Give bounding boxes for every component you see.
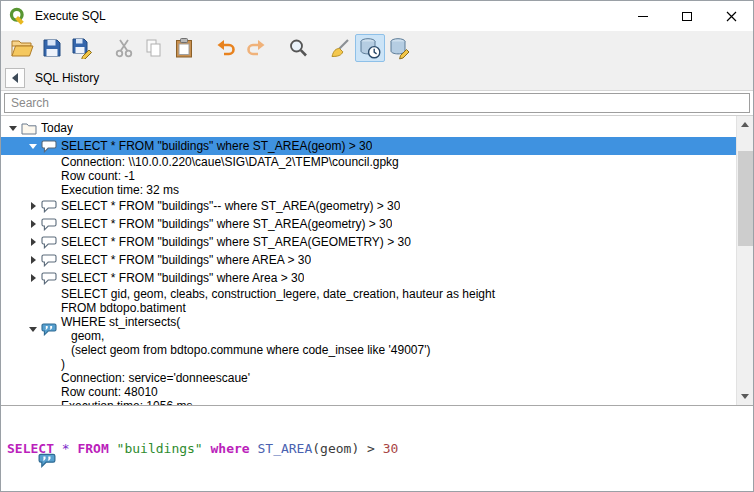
quote-bubble-icon (7, 438, 56, 486)
sql-token (375, 441, 383, 456)
sql-token: * (62, 441, 70, 456)
sql-token: ( (312, 441, 320, 456)
query-sql-block: SELECT gid, geom, cleabs, construction_l… (61, 287, 495, 371)
window-title: Execute SQL (35, 9, 106, 23)
history-item-row[interactable]: SELECT * FROM "buildings" where AREA > 3… (1, 251, 736, 269)
query-detail-text[interactable]: Connection: \\10.0.0.220\caue\SIG\DATA_2… (1, 155, 736, 169)
query-detail-text[interactable]: Connection: service='donneescaue' (1, 371, 736, 385)
query-sql-text: ) (61, 357, 495, 371)
history-tree-items: Today SELECT * FROM "buildings" where ST… (1, 116, 736, 405)
quote-bubble-icon (41, 323, 59, 336)
minimize-button[interactable] (621, 1, 665, 31)
history-nav-bar: SQL History (1, 65, 753, 91)
paste-button[interactable] (169, 34, 199, 62)
tree-group-today[interactable]: Today (1, 119, 736, 137)
scroll-down-arrow-icon[interactable] (737, 388, 753, 405)
query-sql-text: (select geom from bdtopo.commune where c… (61, 343, 495, 357)
history-item-row[interactable]: SELECT * FROM "buildings" where ST_AREA(… (1, 137, 736, 155)
sql-token (359, 441, 367, 456)
window-controls (621, 1, 753, 31)
query-sql-text: SELECT * FROM "buildings" where ST_AREA(… (61, 139, 372, 153)
maximize-button[interactable] (665, 1, 709, 31)
sql-token: > (367, 441, 375, 456)
sql-history-button[interactable] (355, 34, 385, 62)
sql-token: where (211, 441, 250, 456)
history-item-row[interactable]: SELECT * FROM "buildings" where Area > 3… (1, 269, 736, 287)
save-icon (41, 37, 63, 59)
sql-token: "buildings" (117, 441, 203, 456)
clear-button[interactable] (325, 34, 355, 62)
search-input[interactable] (4, 93, 750, 113)
qgis-logo-icon (9, 7, 27, 25)
close-icon (726, 11, 737, 22)
chevron-expanded-icon[interactable] (27, 322, 41, 336)
save-query-as-button[interactable] (67, 34, 97, 62)
undo-icon (215, 37, 237, 59)
execute-sql-button[interactable] (385, 34, 415, 62)
speech-bubble-icon (41, 272, 59, 285)
redo-icon (245, 37, 267, 59)
history-item-row[interactable]: SELECT gid, geom, cleabs, construction_l… (1, 287, 736, 371)
copy-button[interactable] (139, 34, 169, 62)
main-toolbar (1, 31, 753, 65)
copy-icon (143, 37, 165, 59)
scroll-up-arrow-icon[interactable] (737, 116, 753, 133)
history-item-row[interactable]: SELECT * FROM "buildings" where ST_AREA(… (1, 215, 736, 233)
history-item-row[interactable]: SELECT * FROM "buildings" where ST_AREA(… (1, 233, 736, 251)
back-arrow-icon (12, 73, 18, 83)
chevron-collapsed-icon[interactable] (27, 235, 41, 249)
save-query-button[interactable] (37, 34, 67, 62)
folder-icon (21, 122, 39, 135)
sql-token: ST_AREA (257, 441, 312, 456)
panel-title: SQL History (35, 71, 99, 85)
speech-bubble-icon (41, 254, 59, 267)
cut-button[interactable] (109, 34, 139, 62)
redo-button[interactable] (241, 34, 271, 62)
zoom-button[interactable] (283, 34, 313, 62)
query-sql-text: SELECT * FROM "buildings" where ST_AREA(… (61, 217, 392, 231)
search-bar (1, 91, 753, 115)
chevron-collapsed-icon[interactable] (27, 217, 41, 231)
sql-preview-text: SELECT * FROM "buildings" where ST_AREA(… (7, 441, 747, 456)
chevron-expanded-icon[interactable] (27, 139, 41, 153)
query-sql-text: geom, (61, 329, 495, 343)
query-detail-text[interactable]: Row count: 48010 (1, 385, 736, 399)
scrollbar-thumb[interactable] (738, 151, 753, 246)
scissors-icon (113, 37, 135, 59)
open-query-button[interactable] (7, 34, 37, 62)
close-button[interactable] (709, 1, 753, 31)
chevron-expanded-icon[interactable] (7, 121, 21, 135)
scrollbar-track[interactable] (737, 133, 753, 388)
speech-bubble-icon (41, 200, 59, 213)
vertical-scrollbar[interactable] (736, 116, 753, 405)
speech-bubble-icon (41, 218, 59, 231)
query-detail-text[interactable]: Execution time: 32 ms (1, 183, 736, 197)
query-sql-text: FROM bdtopo.batiment (61, 301, 495, 315)
back-button[interactable] (5, 68, 25, 88)
sql-token (109, 441, 117, 456)
chevron-collapsed-icon[interactable] (27, 199, 41, 213)
speech-bubble-icon (41, 140, 59, 153)
db-history-clock-icon (358, 36, 382, 60)
sql-token: 30 (383, 441, 399, 456)
chevron-collapsed-icon[interactable] (27, 253, 41, 267)
chevron-collapsed-icon[interactable] (27, 271, 41, 285)
sql-preview-panel: SELECT * FROM "buildings" where ST_AREA(… (1, 405, 753, 491)
query-sql-text: SELECT * FROM "buildings" where ST_AREA(… (61, 235, 411, 249)
history-item-row[interactable]: SELECT * FROM "buildings"-- where ST_ARE… (1, 197, 736, 215)
save-as-icon (71, 37, 93, 59)
speech-bubble-icon (41, 236, 59, 249)
folder-open-icon (10, 37, 34, 59)
maximize-icon (682, 12, 692, 21)
tree-group-label: Today (41, 121, 73, 135)
query-detail-text[interactable]: Row count: -1 (1, 169, 736, 183)
minimize-icon (638, 16, 648, 17)
sql-token: geom (320, 441, 351, 456)
history-tree: Today SELECT * FROM "buildings" where ST… (1, 115, 753, 405)
sql-token (203, 441, 211, 456)
undo-button[interactable] (211, 34, 241, 62)
magnifier-icon (287, 37, 309, 59)
paste-icon (173, 37, 195, 59)
query-sql-text: SELECT gid, geom, cleabs, construction_l… (61, 287, 495, 301)
execute-sql-window: { "window": { "title": "Execute SQL" }, … (0, 0, 754, 492)
